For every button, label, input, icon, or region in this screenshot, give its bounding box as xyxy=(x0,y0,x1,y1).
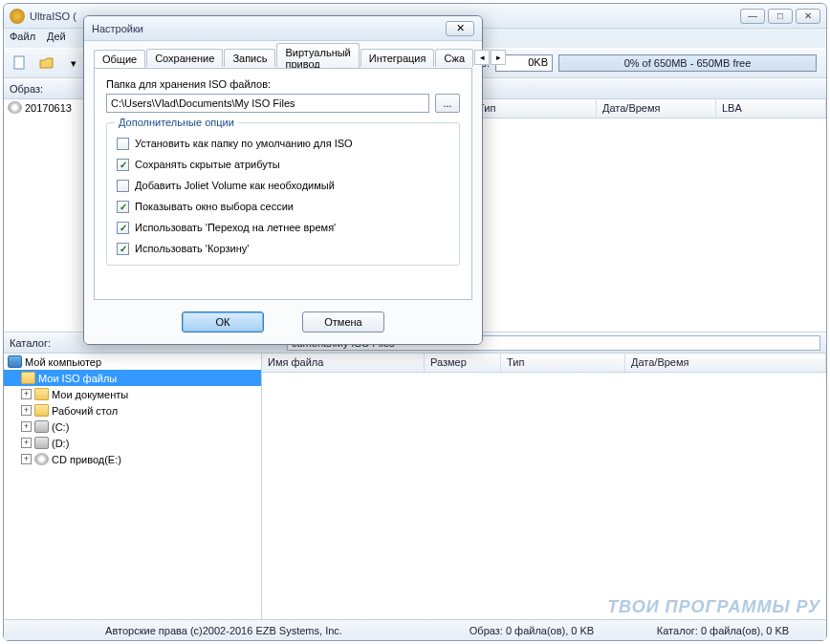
option-row: ✓Использовать 'Корзину' xyxy=(117,238,449,259)
tab-scroll-right-icon[interactable]: ▸ xyxy=(491,50,506,65)
checkbox[interactable] xyxy=(117,138,129,150)
option-label: Добавить Joliet Volume как необходимый xyxy=(135,180,335,191)
checkbox[interactable]: ✓ xyxy=(117,201,129,213)
option-row: Установить как папку по умолчанию для IS… xyxy=(117,133,449,154)
dialog-tabs: Общие Сохранение Запись Виртуальный прив… xyxy=(94,47,472,68)
expand-icon[interactable]: + xyxy=(21,454,32,464)
iso-folder-input[interactable] xyxy=(106,94,429,113)
tree-item[interactable]: Мои ISO файлы xyxy=(38,373,117,384)
statusbar: Авторские права (c)2002-2016 EZB Systems… xyxy=(4,619,826,640)
browse-button[interactable]: ... xyxy=(435,94,460,113)
col-size[interactable]: Размер xyxy=(425,354,501,372)
new-icon[interactable] xyxy=(10,53,31,74)
tab-save[interactable]: Сохранение xyxy=(146,49,223,67)
tab-general[interactable]: Общие xyxy=(94,50,145,68)
open-icon[interactable] xyxy=(36,53,57,74)
option-row: ✓Показывать окно выбора сессии xyxy=(117,196,449,217)
col-name[interactable]: Имя файла xyxy=(262,354,425,372)
tree-item[interactable]: Рабочий стол xyxy=(52,405,118,417)
ok-button[interactable]: ОК xyxy=(182,311,264,333)
expand-icon[interactable]: + xyxy=(21,438,32,448)
disc-icon xyxy=(8,101,22,114)
option-label: Установить как папку по умолчанию для IS… xyxy=(135,138,353,149)
col-date[interactable]: Дата/Время xyxy=(625,354,826,372)
options-group: Дополнительные опции Установить как папк… xyxy=(106,122,460,266)
status-catalog: Каталог: 0 файла(ов), 0 KB xyxy=(627,625,819,636)
status-image: Образ: 0 файла(ов), 0 KB xyxy=(436,625,627,636)
computer-icon xyxy=(8,355,22,368)
options-group-title: Дополнительные опции xyxy=(115,117,238,128)
tab-compress[interactable]: Сжа xyxy=(435,49,473,67)
status-copyright: Авторские права (c)2002-2016 EZB Systems… xyxy=(11,625,436,636)
watermark: ТВОИ ПРОГРАММЫ РУ xyxy=(607,597,820,617)
menu-file[interactable]: Файл xyxy=(10,31,35,46)
tree-item[interactable]: Мои документы xyxy=(52,389,128,400)
expand-icon[interactable]: + xyxy=(21,389,32,399)
expand-icon[interactable]: + xyxy=(21,421,32,432)
checkbox[interactable] xyxy=(117,180,129,192)
tree-item[interactable]: 20170613 xyxy=(25,102,72,114)
maximize-button[interactable]: □ xyxy=(768,9,793,24)
local-list-header: Имя файла Размер Тип Дата/Время xyxy=(262,354,826,373)
option-row: Добавить Joliet Volume как необходимый xyxy=(117,175,449,196)
checkbox[interactable]: ✓ xyxy=(117,159,129,171)
cd-icon xyxy=(34,453,49,465)
settings-dialog: Настройки ✕ Общие Сохранение Запись Вирт… xyxy=(83,15,483,345)
col-type[interactable]: Тип xyxy=(501,354,625,372)
progress-text: 0% of 650MB - 650MB free xyxy=(624,57,752,69)
expand-icon[interactable]: + xyxy=(21,405,32,416)
cancel-button[interactable]: Отмена xyxy=(302,311,384,333)
folder-icon xyxy=(34,404,49,417)
dialog-close-button[interactable]: ✕ xyxy=(446,21,474,36)
tab-integration[interactable]: Интеграция xyxy=(360,49,435,67)
checkbox[interactable]: ✓ xyxy=(117,243,129,255)
local-list[interactable]: Имя файла Размер Тип Дата/Время xyxy=(262,354,826,636)
option-label: Показывать окно выбора сессии xyxy=(135,201,294,212)
option-label: Использовать 'Корзину' xyxy=(135,243,249,254)
local-tree[interactable]: Мой компьютер Мои ISO файлы +Мои докумен… xyxy=(4,354,262,636)
checkbox[interactable]: ✓ xyxy=(117,222,129,234)
folder-icon xyxy=(21,372,35,384)
progress-bar: 0% of 650MB - 650MB free xyxy=(558,54,817,72)
svg-rect-0 xyxy=(14,56,24,69)
tab-scroll-left-icon[interactable]: ◂ xyxy=(474,50,490,65)
tree-root[interactable]: Мой компьютер xyxy=(25,356,101,368)
tree-item[interactable]: CD привод(E:) xyxy=(52,454,121,465)
drive-icon xyxy=(34,420,49,433)
close-button[interactable]: ✕ xyxy=(796,9,820,24)
tab-burn[interactable]: Запись xyxy=(224,49,275,67)
catalog-header-label: Каталог: xyxy=(10,337,76,349)
dialog-titlebar[interactable]: Настройки ✕ xyxy=(84,16,482,41)
col-date[interactable]: Дата/Время xyxy=(597,99,716,118)
drive-icon xyxy=(34,437,49,449)
dialog-title: Настройки xyxy=(92,23,446,34)
tab-page-general: Папка для хранения ISO файлов: ... Допол… xyxy=(94,68,472,300)
image-header-label: Образ: xyxy=(10,83,76,95)
folder-icon xyxy=(34,388,49,400)
tree-item[interactable]: (C:) xyxy=(52,421,69,433)
option-label: Сохранять скрытые атрибуты xyxy=(135,159,280,170)
col-lba[interactable]: LBA xyxy=(716,99,826,118)
col-type[interactable]: Тип xyxy=(472,99,597,118)
tree-item[interactable]: (D:) xyxy=(52,438,69,449)
minimize-button[interactable]: — xyxy=(740,9,765,24)
app-icon xyxy=(10,9,25,24)
option-row: ✓Сохранять скрытые атрибуты xyxy=(117,154,449,175)
lower-pane: Мой компьютер Мои ISO файлы +Мои докумен… xyxy=(4,354,826,636)
iso-folder-label: Папка для хранения ISO файлов: xyxy=(106,78,460,90)
option-label: Использовать 'Переход на летнее время' xyxy=(135,222,336,233)
dropdown-icon[interactable]: ▾ xyxy=(63,53,84,74)
option-row: ✓Использовать 'Переход на летнее время' xyxy=(117,217,449,238)
menu-actions[interactable]: Дей xyxy=(47,31,66,46)
